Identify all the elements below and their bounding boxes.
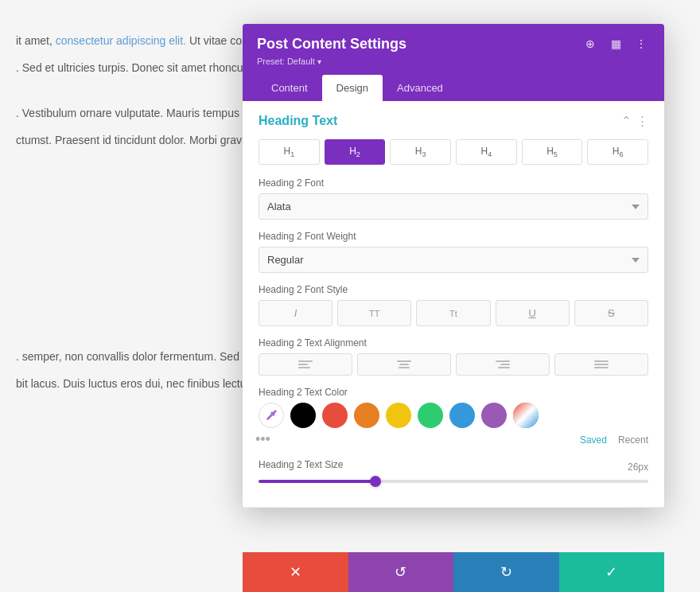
color-red[interactable] [322, 403, 348, 428]
color-bottom-row: ••• Saved Recent [259, 431, 648, 448]
eyedropper-button[interactable] [259, 403, 284, 428]
header-icons: ⊕ ▦ ⋮ [581, 35, 650, 53]
panel-header: Post Content Settings ⊕ ▦ ⋮ Preset: Defa… [243, 24, 664, 101]
h1-button[interactable]: H1 [259, 139, 320, 165]
style-buttons: I TT Tt U S [259, 300, 648, 326]
color-orange[interactable] [354, 403, 379, 428]
heading-text-section: Heading Text ⌃ ⋮ H1 H2 H3 H4 H5 H6 [243, 101, 664, 508]
panel-menu-icon[interactable]: ⋮ [632, 35, 650, 53]
section-header: Heading Text ⌃ ⋮ [259, 114, 648, 128]
align-justify-icon [594, 360, 609, 368]
italic-button[interactable]: I [259, 300, 332, 326]
panel-title: Post Content Settings [257, 36, 406, 53]
font-select[interactable]: Alata [259, 193, 648, 220]
h6-button[interactable]: H6 [587, 139, 648, 165]
color-row-wrapper: ••• Saved Recent [259, 403, 648, 448]
align-buttons [259, 353, 648, 376]
font-weight-select[interactable]: Regular [259, 247, 648, 273]
h2-button[interactable]: H2 [325, 139, 386, 165]
color-green[interactable] [418, 403, 443, 428]
font-weight-field-group: Heading 2 Font Weight Regular [259, 231, 648, 273]
modal-overlay: Post Content Settings ⊕ ▦ ⋮ Preset: Defa… [0, 0, 700, 592]
font-label: Heading 2 Font [259, 177, 648, 189]
align-left-button[interactable] [259, 353, 352, 376]
range-fill [259, 480, 375, 483]
uppercase-button[interactable]: TT [337, 300, 411, 326]
bottom-toolbar: ✕ ↺ ↻ ✓ [243, 552, 664, 592]
font-style-label: Heading 2 Font Style [259, 284, 648, 295]
text-alignment-field-group: Heading 2 Text Alignment [259, 337, 648, 376]
color-purple[interactable] [481, 403, 507, 428]
font-field-group: Heading 2 Font Alata [259, 177, 648, 220]
recent-tab[interactable]: Recent [618, 434, 648, 446]
color-yellow[interactable] [386, 403, 411, 428]
color-tabs: Saved Recent [580, 434, 648, 446]
align-center-icon [397, 360, 411, 368]
section-title: Heading Text [259, 114, 337, 128]
heading-buttons: H1 H2 H3 H4 H5 H6 [259, 139, 648, 165]
underline-button[interactable]: U [496, 300, 570, 326]
settings-panel: Post Content Settings ⊕ ▦ ⋮ Preset: Defa… [243, 24, 664, 508]
section-header-icons: ⌃ ⋮ [621, 114, 648, 128]
tab-content[interactable]: Content [257, 75, 322, 101]
capitalize-button[interactable]: Tt [416, 300, 490, 326]
collapse-icon[interactable]: ⌃ [621, 114, 632, 128]
cancel-button[interactable]: ✕ [243, 552, 348, 592]
align-right-icon [496, 360, 510, 368]
h5-button[interactable]: H5 [522, 139, 583, 165]
panel-header-top: Post Content Settings ⊕ ▦ ⋮ [257, 35, 650, 53]
confirm-button[interactable]: ✓ [559, 552, 665, 592]
text-size-field-group: Heading 2 Text Size 26px [259, 459, 648, 483]
text-color-label: Heading 2 Text Color [259, 387, 648, 398]
panel-body: Heading Text ⌃ ⋮ H1 H2 H3 H4 H5 H6 [243, 101, 664, 508]
h4-button[interactable]: H4 [456, 139, 517, 165]
size-value: 26px [628, 462, 648, 473]
panel-preset[interactable]: Preset: Default ▾ [257, 56, 650, 67]
range-thumb[interactable] [370, 476, 381, 487]
color-blue[interactable] [449, 403, 475, 428]
color-black[interactable] [290, 403, 316, 428]
color-swatches-line [259, 403, 539, 428]
h3-button[interactable]: H3 [390, 139, 451, 165]
align-left-icon [298, 360, 313, 368]
panel-tabs: Content Design Advanced [257, 75, 650, 101]
color-gradient[interactable] [513, 403, 539, 428]
svg-point-0 [266, 418, 269, 420]
target-icon[interactable]: ⊕ [581, 35, 599, 53]
align-center-button[interactable] [357, 353, 451, 376]
text-size-label: Heading 2 Text Size [259, 459, 344, 470]
section-menu-icon[interactable]: ⋮ [636, 114, 648, 128]
undo-button[interactable]: ↺ [348, 552, 454, 592]
color-more-button[interactable]: ••• [255, 431, 270, 448]
text-color-field-group: Heading 2 Text Color [259, 387, 648, 448]
size-row: Heading 2 Text Size 26px [259, 459, 648, 475]
redo-button[interactable]: ↻ [453, 552, 559, 592]
font-style-field-group: Heading 2 Font Style I TT Tt U S [259, 284, 648, 326]
tab-design[interactable]: Design [322, 75, 383, 101]
range-track[interactable] [259, 480, 648, 483]
font-weight-label: Heading 2 Font Weight [259, 231, 648, 242]
saved-tab[interactable]: Saved [580, 434, 607, 446]
tab-advanced[interactable]: Advanced [383, 75, 457, 101]
columns-icon[interactable]: ▦ [607, 35, 624, 53]
text-alignment-label: Heading 2 Text Alignment [259, 337, 648, 349]
strikethrough-button[interactable]: S [574, 300, 648, 326]
align-justify-button[interactable] [554, 353, 648, 376]
align-right-button[interactable] [456, 353, 550, 376]
